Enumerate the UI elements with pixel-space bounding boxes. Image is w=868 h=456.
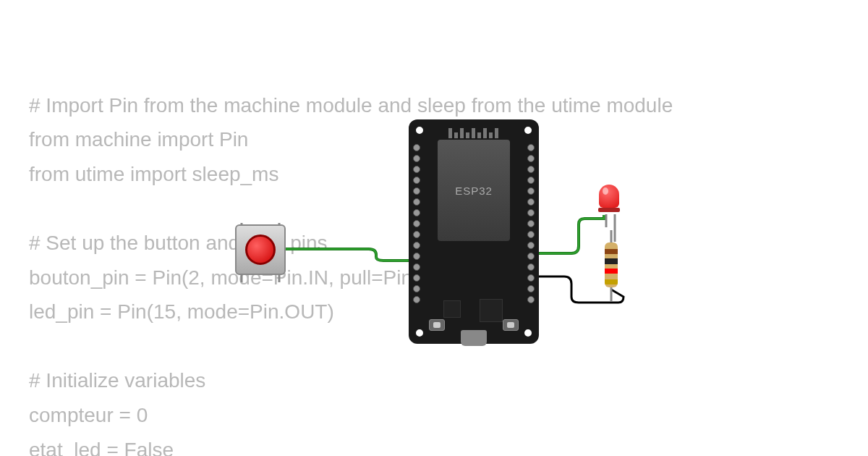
usb-port-icon — [461, 330, 487, 346]
mounting-hole — [414, 124, 425, 136]
led[interactable] — [599, 185, 619, 214]
resistor[interactable] — [605, 242, 618, 287]
esp32-label: ESP32 — [455, 185, 493, 197]
regulator-chip-icon — [443, 300, 461, 318]
usb-chip-icon — [480, 299, 503, 322]
esp32-board[interactable]: ESP32 — [409, 119, 539, 344]
pin-header-right — [527, 144, 535, 303]
circuit-diagram: ESP32 — [0, 0, 868, 456]
enable-button[interactable] — [503, 319, 519, 331]
antenna-icon — [448, 125, 499, 138]
boot-button[interactable] — [429, 319, 445, 331]
led-bulb-icon — [599, 185, 619, 208]
led-base-icon — [598, 208, 620, 212]
push-button[interactable] — [235, 224, 286, 275]
mounting-hole — [522, 124, 534, 136]
pin-header-left — [413, 144, 420, 303]
mounting-hole — [522, 327, 534, 339]
mounting-hole — [414, 327, 425, 339]
esp32-shield: ESP32 — [438, 140, 510, 241]
push-button-cap-icon — [245, 235, 276, 265]
